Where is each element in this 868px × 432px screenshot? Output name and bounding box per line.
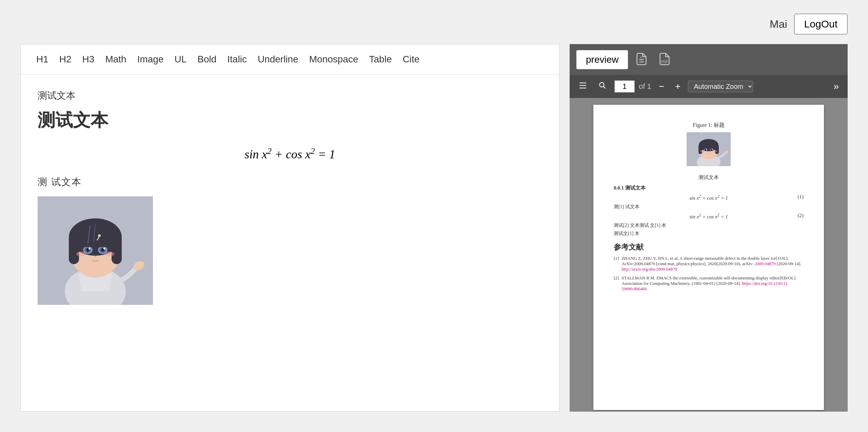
toolbar-bold[interactable]: Bold [192,51,222,67]
pdf-icon: PDF [658,52,671,66]
pdf-anime-image [687,132,731,166]
logout-button[interactable]: LogOut [794,14,848,35]
pdf-figure-caption: Figure 1: 标题 [614,122,804,129]
svg-text:PDF: PDF [661,60,668,64]
pdf-sidebar-toggle[interactable] [575,79,591,94]
editor-toolbar: H1 H2 H3 Math Image UL Bold Italic Under… [21,44,559,75]
main-layout: H1 H2 H3 Math Image UL Bold Italic Under… [20,44,848,412]
toolbar-h1[interactable]: H1 [31,51,54,67]
svg-rect-26 [579,82,586,83]
svg-rect-27 [579,85,586,86]
pdf-para1: 测[1] 试文本 [614,204,804,210]
toolbar-monospace[interactable]: Monospace [304,51,364,67]
svg-point-16 [103,248,105,250]
pdf-figure-image [687,132,731,166]
editor-text-spaced: 测 试文本 [38,175,542,190]
svg-point-44 [700,150,704,152]
pdf-ref1-mid: [2020-09-14]. [777,261,802,266]
pdf-formula1: sin x2 + cos x2 = 1 (1) [614,194,804,201]
sidebar-icon [578,81,587,90]
pdf-formula2: sin x2 + cos x2 = 1 (2) [614,213,804,220]
pdf-ref2-content: STALLMAN R M. EMACS the extensible, cust… [622,275,804,292]
pdf-section-text: 测试文本 [614,174,804,181]
toolbar-underline[interactable]: Underline [252,51,304,67]
pdf-ref1-num: [1] [614,256,619,272]
svg-line-30 [604,86,606,89]
toolbar-image[interactable]: Image [132,51,169,67]
pdf-ref1-link2[interactable]: http://arxiv.org/abs/2009.04879 [622,267,677,272]
pdf-zoom-select[interactable]: Automatic Zoom 50% 75% 100% 125% 150% [688,81,753,92]
svg-rect-5 [69,234,79,264]
svg-rect-6 [112,234,122,264]
editor-text-normal: 测试文本 [38,88,542,103]
svg-point-15 [88,248,91,250]
svg-point-21 [98,234,101,237]
pdf-formula2-text: sin x2 + cos x2 = 1 [689,214,728,219]
pdf-formula2-number: (2) [798,213,804,218]
toolbar-cite[interactable]: Cite [397,51,425,67]
editor-text-large: 测试文本 [38,106,542,134]
pdf-references-title: 参考文献 [614,242,804,252]
username-label: Mai [770,18,787,31]
pdf-search-button[interactable] [595,79,610,94]
pdf-toolbar: of 1 − + Automatic Zoom 50% 75% 100% 125… [570,75,848,98]
svg-point-17 [76,252,86,256]
pdf-figure: Figure 1: 标题 [614,122,804,168]
editor-panel: H1 H2 H3 Math Image UL Bold Italic Under… [20,44,559,412]
preview-button[interactable]: preview [576,50,628,69]
pdf-zoom-out-button[interactable]: − [655,79,668,94]
pdf-formula1-number: (1) [798,194,804,200]
pdf-para2-line2: 测试文[1] 本 [614,231,804,237]
pdf-next-button[interactable]: » [830,79,842,94]
document-icon [635,52,648,66]
search-icon [598,81,607,90]
math-display: sin x2 + cos x2 = 1 [244,148,335,161]
toolbar-ul[interactable]: UL [169,51,192,67]
top-header: Mai LogOut [770,14,848,35]
svg-point-29 [599,82,604,87]
svg-rect-28 [579,88,586,89]
pdf-para2-line1: 测试[2] 文本测试 文[1] 本 [614,222,804,229]
download-pdf-button[interactable]: PDF [655,50,674,70]
toolbar-math[interactable]: Math [100,51,132,67]
pdf-ref1-content: ZHANG Z, ZHU Y, JIN L, et al. A short-ra… [622,256,804,272]
pdf-page-total: of 1 [639,82,651,91]
download-doc-button[interactable] [632,50,651,70]
pdf-content[interactable]: Figure 1: 标题 [570,98,848,412]
svg-point-18 [105,252,114,256]
pdf-zoom-in-button[interactable]: + [672,79,684,94]
editor-image [38,196,153,305]
toolbar-table[interactable]: Table [364,51,397,67]
toolbar-italic[interactable]: Italic [222,51,252,67]
preview-panel: preview PDF [570,44,848,412]
pdf-subsection: 0.0.1 测试文本 [614,185,804,191]
pdf-page: Figure 1: 标题 [593,105,824,410]
pdf-ref2: [2] STALLMAN R M. EMACS the extensible, … [614,275,804,292]
pdf-ref1-link1[interactable]: 2009.04879 [755,261,776,266]
svg-point-43 [712,149,713,150]
editor-math-formula: sin x2 + cos x2 = 1 [38,144,542,164]
toolbar-h3[interactable]: H3 [77,51,100,67]
pdf-ref1: [1] ZHANG Z, ZHU Y, JIN L, et al. A shor… [614,256,804,272]
pdf-page-input[interactable] [614,80,635,93]
anime-image [38,196,153,305]
toolbar-h2[interactable]: H2 [54,51,77,67]
pdf-formula1-text: sin x2 + cos x2 = 1 [689,195,728,201]
editor-content[interactable]: 测试文本 测试文本 sin x2 + cos x2 = 1 测 试文本 [21,75,559,411]
svg-point-45 [713,150,717,152]
svg-point-42 [706,149,707,150]
preview-topbar: preview PDF [570,44,848,75]
pdf-ref2-num: [2] [614,275,619,292]
